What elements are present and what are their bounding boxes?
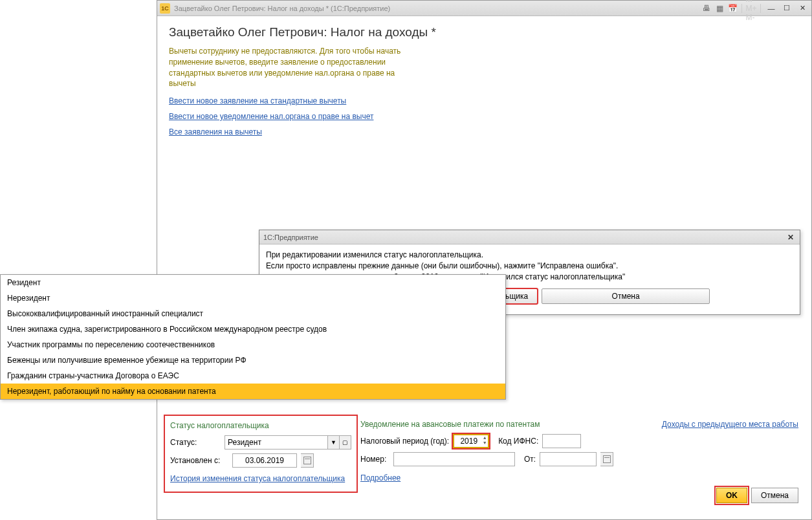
notice-date-picker-icon[interactable] [600, 452, 613, 466]
year-down-icon[interactable]: ▼ [481, 440, 488, 446]
dropdown-item[interactable]: Нерезидент [1, 290, 505, 306]
taxpayer-status-group: Статус налогоплательщика Статус: ▼ ▢ Уст… [164, 415, 358, 493]
dropdown-item[interactable]: Гражданин страны-участника Договора о ЕА… [1, 368, 505, 384]
date-from-input[interactable] [232, 453, 297, 468]
ifns-code-input[interactable] [542, 434, 581, 448]
calendar-icon[interactable]: 📅 [727, 3, 738, 14]
from-label: От: [524, 455, 536, 464]
status-dropdown-list[interactable]: РезидентНерезидентВысококвалифицированны… [0, 274, 506, 400]
status-label: Статус: [170, 438, 221, 447]
window-title: Зацветайко Олег Петрович: Налог на доход… [174, 5, 701, 12]
year-up-icon[interactable]: ▲ [481, 435, 488, 440]
notice-group-title: Уведомление на авансовые платежи по пате… [360, 420, 645, 429]
titlebar: 1C Зацветайко Олег Петрович: Налог на до… [157, 1, 811, 16]
info-text: Вычеты сотруднику не предоставляются. Дл… [169, 46, 415, 89]
more-link[interactable]: Подробнее [360, 473, 401, 482]
status-history-link[interactable]: История изменения статуса налогоплательщ… [170, 474, 345, 483]
dropdown-item[interactable]: Беженцы или получившие временное убежище… [1, 352, 505, 368]
separator [760, 4, 761, 13]
close-button[interactable]: ✕ [796, 3, 809, 14]
minimize-button[interactable]: — [765, 3, 778, 14]
patent-notice-group: Уведомление на авансовые платежи по пате… [360, 420, 645, 486]
status-group-title: Статус налогоплательщика [170, 421, 351, 430]
ok-button[interactable]: OK [716, 488, 747, 503]
period-label: Налоговый период (год): [360, 437, 449, 446]
dialog-close-icon[interactable]: ✕ [785, 232, 796, 243]
app-icon: 1C [160, 3, 170, 14]
dropdown-item[interactable]: Участник программы по переселению соотеч… [1, 337, 505, 352]
notice-date-input[interactable] [540, 452, 597, 466]
number-label: Номер: [360, 455, 390, 464]
calc-icon[interactable]: ▦ [714, 3, 725, 14]
page-title: Зацветайко Олег Петрович: Налог на доход… [169, 25, 800, 39]
status-open-icon[interactable]: ▢ [340, 435, 351, 450]
dropdown-item[interactable]: Член экипажа судна, зарегистрированного … [1, 321, 505, 337]
status-dropdown-icon[interactable]: ▼ [328, 435, 340, 450]
date-label: Установлен с: [170, 456, 228, 465]
dialog-titlebar: 1С:Предприятие ✕ [259, 230, 800, 244]
link-all-statements[interactable]: Все заявления на вычеты [169, 127, 262, 136]
dialog-text-2: Если просто исправлены прежние данные (о… [266, 261, 793, 272]
date-picker-icon[interactable] [301, 453, 314, 468]
maximize-button[interactable]: ☐ [780, 3, 793, 14]
cancel-button[interactable]: Отмена [751, 488, 798, 503]
separator [741, 4, 742, 13]
dropdown-item[interactable]: Резидент [1, 275, 505, 290]
print-icon[interactable]: 🖶 [701, 3, 712, 14]
dialog-cancel-button[interactable]: Отмена [542, 288, 710, 304]
dialog-text-1: При редактировании изменился статус нало… [266, 250, 793, 261]
mode-icon: M M+ M- [746, 3, 756, 14]
ifns-label: Код ИФНС: [498, 437, 538, 446]
dropdown-item[interactable]: Нерезидент, работающий по найму на основ… [1, 384, 505, 399]
prev-income-link[interactable]: Доходы с предыдущего места работы [662, 420, 798, 429]
dialog-title: 1С:Предприятие [263, 233, 785, 241]
dropdown-item[interactable]: Высококвалифицированный иностранный спец… [1, 306, 505, 321]
link-new-notice[interactable]: Ввести новое уведомление нал.органа о пр… [169, 112, 373, 121]
link-new-statement[interactable]: Ввести новое заявление на стандартные вы… [169, 96, 346, 105]
status-select[interactable] [225, 435, 328, 450]
notice-number-input[interactable] [393, 452, 515, 466]
